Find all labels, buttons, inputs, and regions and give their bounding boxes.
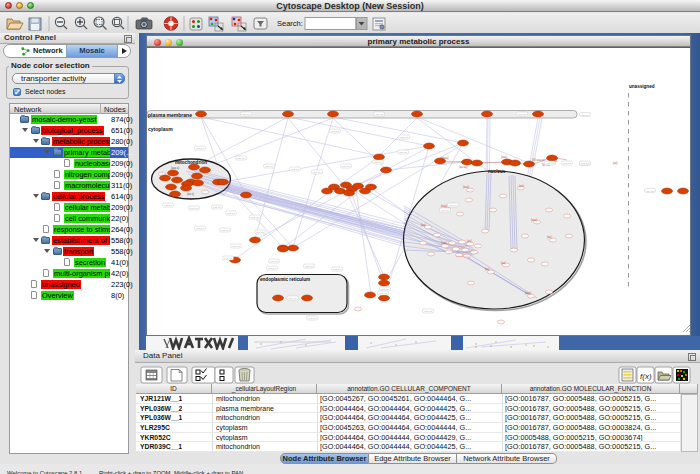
svg-text:unassigned: unassigned [629, 84, 655, 89]
svg-text:f(x): f(x) [640, 372, 652, 381]
svg-text:(aa aa): (aa aa) [459, 165, 467, 169]
svg-text:(aa): (aa) [547, 235, 552, 239]
svg-text:(aaa): (aaa) [501, 155, 507, 159]
svg-text:(aaa a): (aaa a) [171, 166, 179, 170]
svg-text:(aa a): (aa a) [187, 192, 194, 196]
svg-text:(aaa): (aaa) [525, 291, 531, 295]
svg-text:nucleus: nucleus [488, 169, 506, 174]
svg-text:plasma membrane: plasma membrane [148, 112, 192, 118]
svg-text:(aa): (aa) [485, 267, 490, 271]
svg-text:GO:aaa aa: GO:aaa aa [532, 158, 545, 162]
svg-text:(aa): (aa) [501, 261, 506, 265]
svg-text:(aaa): (aaa) [441, 204, 447, 208]
svg-text:(aaa): (aaa) [531, 218, 537, 222]
svg-text:Search:: Search: [277, 19, 303, 28]
svg-text:(aa): (aa) [467, 239, 472, 243]
svg-text:cytoplasm: cytoplasm [148, 126, 173, 132]
svg-text:(aaa): (aaa) [463, 185, 469, 189]
svg-text:(aaa): (aaa) [441, 241, 447, 245]
svg-text:(aa): (aa) [613, 161, 618, 165]
svg-text:Middle-click + drag to PAN: Middle-click + drag to PAN [174, 470, 243, 474]
svg-text:endoplasmic reticulum: endoplasmic reticulum [260, 277, 310, 282]
svg-text:(aa): (aa) [519, 184, 524, 188]
svg-text:Welcome to Cytoscape 2.8.1: Welcome to Cytoscape 2.8.1 [7, 470, 82, 474]
svg-text:Right-click + drag to ZOOM: Right-click + drag to ZOOM [99, 470, 171, 474]
svg-text:(aa): (aa) [421, 223, 426, 227]
